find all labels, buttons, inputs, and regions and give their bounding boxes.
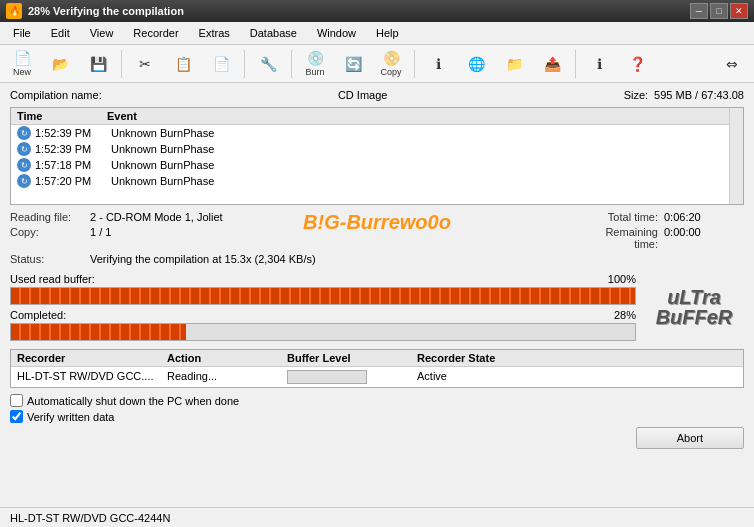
compilation-header: Compilation name: CD Image Size: 595 MB … [10,89,744,101]
paste-button[interactable]: 📄 [203,48,239,80]
log-row: ↻ 1:52:39 PM Unknown BurnPhase [11,125,743,141]
log-header-time: Time [17,110,107,122]
recorder-state: Active [417,370,567,384]
log-time-3: 1:57:20 PM [35,175,111,187]
recorder-name: HL-DT-ST RW/DVD GCC.... [17,370,167,384]
toolbar: 📄 New 📂 💾 ✂ 📋 📄 🔧 💿 Burn 🔄 [0,45,754,83]
refresh-icon: 🔄 [345,56,361,72]
folder-button[interactable]: 📁 [496,48,532,80]
col-recorder: Recorder [17,352,167,364]
copy-button[interactable]: 📀 Copy [373,48,409,80]
close-button[interactable]: ✕ [730,3,748,19]
menu-help[interactable]: Help [367,24,408,42]
refresh-button[interactable]: 🔄 [335,48,371,80]
save-button[interactable]: 💾 [80,48,116,80]
size-value: 595 MB / 67:43.08 [654,89,744,101]
menu-file[interactable]: File [4,24,40,42]
log-event-1: Unknown BurnPhase [111,143,214,155]
export-button[interactable]: 📤 [534,48,570,80]
web-icon: 🌐 [468,56,484,72]
log-row: ↻ 1:52:39 PM Unknown BurnPhase [11,141,743,157]
folder-icon: 📁 [506,56,522,72]
info-button[interactable]: ℹ [420,48,456,80]
open-button[interactable]: 📂 [42,48,78,80]
help-button[interactable]: ❓ [619,48,655,80]
menu-database[interactable]: Database [241,24,306,42]
buffer-level-indicator [287,370,367,384]
used-read-label: Used read buffer: [10,273,95,285]
properties-button[interactable]: 🔧 [250,48,286,80]
app-icon: 🔥 [6,3,22,19]
paste-icon: 📄 [213,56,229,72]
new-icon: 📄 [14,50,30,66]
menu-extras[interactable]: Extras [190,24,239,42]
verify-label: Verify written data [27,411,114,423]
status-bar-text: HL-DT-ST RW/DVD GCC-4244N [10,512,170,524]
compilation-name-label: Compilation name: [10,89,102,101]
log-event-2: Unknown BurnPhase [111,159,214,171]
col-buffer-level: Buffer Level [287,352,417,364]
export-icon: 📤 [544,56,560,72]
title-bar: 🔥 28% Verifying the compilation ─ □ ✕ [0,0,754,22]
minimize-button[interactable]: ─ [690,3,708,19]
copy-file-button[interactable]: 📋 [165,48,201,80]
reading-file-label: Reading file: [10,211,90,223]
col-action: Action [167,352,287,364]
verify-checkbox[interactable] [10,410,23,423]
properties-icon: 🔧 [260,56,276,72]
help-icon: ❓ [629,56,645,72]
new-button[interactable]: 📄 New [4,48,40,80]
burn-button[interactable]: 💿 Burn [297,48,333,80]
copy-file-icon: 📋 [175,56,191,72]
menu-recorder[interactable]: Recorder [124,24,187,42]
burn-icon: 💿 [307,50,323,66]
ultrabuffer-buffer: BuFFeR [656,307,733,327]
compilation-name-value: CD Image [338,89,388,101]
maximize-button[interactable]: □ [710,3,728,19]
used-read-percent: 100% [608,273,636,285]
log-time-0: 1:52:39 PM [35,127,111,139]
cut-icon: ✂ [137,56,153,72]
log-event-0: Unknown BurnPhase [111,127,214,139]
col-recorder-state: Recorder State [417,352,567,364]
auto-shutdown-checkbox[interactable] [10,394,23,407]
log-icon-3: ↻ [17,174,31,188]
title-bar-text: 28% Verifying the compilation [28,5,184,17]
total-time-label: Total time: [584,211,664,223]
ultrabuffer-ultra: uLTra [667,287,721,307]
status-value: Verifying the compilation at 15.3x (2,30… [90,253,584,265]
total-time-value: 0:06:20 [664,211,744,223]
completed-progress [10,323,636,341]
status-bar: HL-DT-ST RW/DVD GCC-4244N [0,507,754,527]
menu-window[interactable]: Window [308,24,365,42]
reading-file-value: 2 - CD-ROM Mode 1, Joliet [90,211,584,223]
recorder-action: Reading... [167,370,287,384]
status-label: Status: [10,253,90,265]
completed-label: Completed: [10,309,66,321]
open-icon: 📂 [52,56,68,72]
expand-icon: ⇔ [724,56,740,72]
cut-button[interactable]: ✂ [127,48,163,80]
menu-view[interactable]: View [81,24,123,42]
used-read-progress [10,287,636,305]
web-button[interactable]: 🌐 [458,48,494,80]
log-icon-2: ↻ [17,158,31,172]
info-icon: ℹ [430,56,446,72]
save-icon: 💾 [90,56,106,72]
log-event-3: Unknown BurnPhase [111,175,214,187]
log-icon-1: ↻ [17,142,31,156]
abort-row: Abort [10,427,744,449]
expand-button[interactable]: ⇔ [714,48,750,80]
about-button[interactable]: ℹ [581,48,617,80]
log-header-event: Event [107,110,137,122]
completed-percent: 28% [614,309,636,321]
log-area: Time Event ↻ 1:52:39 PM Unknown BurnPhas… [10,107,744,205]
size-label: Size: [624,89,648,101]
recorder-row: HL-DT-ST RW/DVD GCC.... Reading... Activ… [11,367,743,387]
copy-value: 1 / 1 [90,226,584,250]
log-row: ↻ 1:57:20 PM Unknown BurnPhase [11,173,743,189]
log-icon-0: ↻ [17,126,31,140]
copy-icon: 📀 [383,50,399,66]
abort-button[interactable]: Abort [636,427,744,449]
menu-edit[interactable]: Edit [42,24,79,42]
